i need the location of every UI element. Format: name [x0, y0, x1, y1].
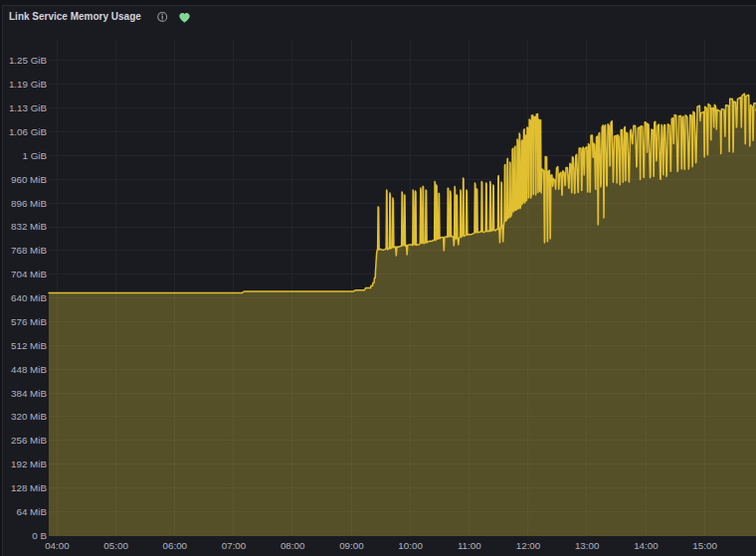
svg-text:10:00: 10:00 — [398, 540, 423, 551]
svg-text:512 MiB: 512 MiB — [11, 340, 47, 351]
svg-text:320 MiB: 320 MiB — [11, 411, 47, 422]
svg-text:15:00: 15:00 — [692, 540, 717, 551]
svg-text:1.13 GiB: 1.13 GiB — [9, 102, 48, 113]
svg-text:768 MiB: 768 MiB — [11, 245, 47, 256]
svg-text:07:00: 07:00 — [222, 540, 247, 551]
svg-text:11:00: 11:00 — [458, 540, 481, 551]
svg-text:448 MiB: 448 MiB — [11, 364, 47, 375]
svg-text:576 MiB: 576 MiB — [11, 316, 47, 327]
svg-text:04:00: 04:00 — [45, 540, 70, 551]
svg-text:384 MiB: 384 MiB — [11, 388, 47, 399]
svg-text:1 GiB: 1 GiB — [22, 150, 47, 161]
svg-text:08:00: 08:00 — [281, 540, 305, 551]
svg-text:14:00: 14:00 — [634, 540, 659, 551]
svg-text:05:00: 05:00 — [103, 540, 128, 551]
svg-text:640 MiB: 640 MiB — [11, 292, 47, 303]
svg-text:1.25 GiB: 1.25 GiB — [9, 55, 48, 66]
svg-text:128 MiB: 128 MiB — [11, 482, 47, 493]
svg-text:960 MiB: 960 MiB — [11, 174, 47, 185]
svg-text:06:00: 06:00 — [163, 540, 188, 551]
svg-text:256 MiB: 256 MiB — [11, 435, 47, 446]
svg-text:704 MiB: 704 MiB — [11, 269, 47, 279]
svg-text:13:00: 13:00 — [575, 540, 600, 551]
svg-text:64 MiB: 64 MiB — [17, 506, 48, 517]
svg-text:832 MiB: 832 MiB — [11, 221, 47, 232]
svg-text:1.06 GiB: 1.06 GiB — [9, 126, 48, 137]
svg-text:192 MiB: 192 MiB — [11, 459, 47, 469]
svg-text:12:00: 12:00 — [516, 540, 541, 551]
svg-text:1.19 GiB: 1.19 GiB — [9, 79, 48, 90]
svg-text:896 MiB: 896 MiB — [11, 198, 47, 209]
svg-text:09:00: 09:00 — [339, 540, 364, 551]
